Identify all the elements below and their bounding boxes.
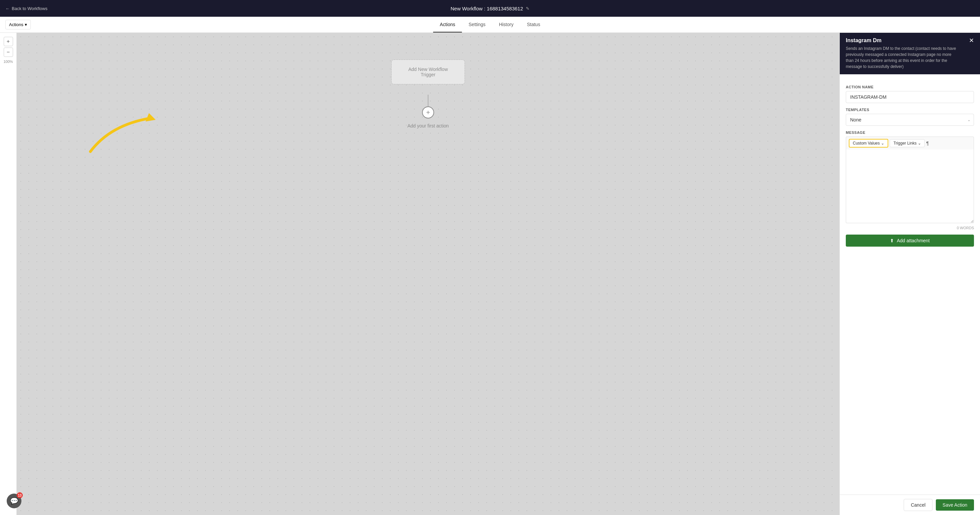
chat-widget[interactable]: 💬 13	[7, 494, 21, 508]
templates-select-wrapper: None ⌄	[846, 114, 974, 126]
panel-body: ACTION NAME TEMPLATES None ⌄ MESSAGE Cus…	[840, 74, 980, 494]
chevron-down-icon: ⌄	[881, 141, 884, 146]
svg-marker-0	[146, 113, 156, 121]
save-action-button[interactable]: Save Action	[936, 499, 974, 511]
tab-actions[interactable]: Actions	[433, 17, 462, 32]
action-name-label: ACTION NAME	[846, 85, 974, 89]
back-to-workflows-link[interactable]: ← Back to Workflows	[5, 6, 48, 11]
workflow-title: New Workflow : 1688134583612 ✎	[450, 6, 530, 11]
panel-header-content: Instagram Dm Sends an Instagram DM to th…	[846, 38, 959, 70]
chat-icon: 💬	[10, 497, 18, 505]
zoom-out-button[interactable]: −	[4, 48, 13, 57]
panel-description: Sends an Instagram DM to the contact (co…	[846, 46, 959, 70]
back-arrow-icon: ←	[5, 6, 10, 11]
left-sidebar: + − 100%	[0, 33, 17, 515]
right-panel: Instagram Dm Sends an Instagram DM to th…	[839, 33, 980, 515]
chevron-down-icon: ⌄	[918, 141, 921, 146]
panel-title: Instagram Dm	[846, 38, 959, 43]
zoom-in-button[interactable]: +	[4, 37, 13, 46]
tab-settings[interactable]: Settings	[462, 17, 492, 32]
add-trigger-block[interactable]: Add New Workflow Trigger	[391, 60, 465, 84]
message-label: MESSAGE	[846, 130, 974, 135]
paragraph-format-button[interactable]: ¶	[926, 141, 929, 146]
tab-status[interactable]: Status	[520, 17, 547, 32]
chevron-down-icon: ▾	[25, 22, 27, 27]
top-navigation: ← Back to Workflows New Workflow : 16881…	[0, 0, 980, 17]
tab-group: Actions Settings History Status	[433, 17, 547, 32]
custom-values-button[interactable]: Custom Values ⌄	[849, 139, 888, 148]
add-attachment-button[interactable]: ⬆ Add attachment	[846, 235, 974, 246]
upload-icon: ⬆	[890, 238, 894, 243]
panel-header: Instagram Dm Sends an Instagram DM to th…	[840, 33, 980, 74]
add-action-button[interactable]: +	[422, 106, 434, 118]
annotation-arrow	[84, 98, 184, 158]
edit-title-icon[interactable]: ✎	[526, 6, 530, 11]
templates-select[interactable]: None	[846, 114, 974, 126]
message-toolbar: Custom Values ⌄ Trigger Links ⌄ ¶	[846, 137, 974, 149]
first-action-hint: Add your first action	[407, 123, 449, 129]
plus-icon: +	[426, 109, 430, 116]
workflow-canvas[interactable]: Add New Workflow Trigger + Add your firs…	[17, 33, 839, 515]
chat-badge: 13	[17, 492, 23, 498]
main-area: + − 100% Add New Workflow Trigger + Add …	[0, 33, 980, 515]
zoom-level-label: 100%	[3, 60, 13, 64]
message-textarea[interactable]	[846, 149, 974, 223]
cancel-button[interactable]: Cancel	[904, 499, 932, 511]
action-name-input[interactable]	[846, 91, 974, 103]
tab-history[interactable]: History	[492, 17, 520, 32]
panel-footer: Cancel Save Action	[840, 494, 980, 515]
templates-label: TEMPLATES	[846, 108, 974, 112]
tab-bar: Actions ▾ Actions Settings History Statu…	[0, 17, 980, 33]
actions-dropdown-button[interactable]: Actions ▾	[5, 20, 31, 29]
word-count-label: 0 WORDS	[846, 226, 974, 230]
trigger-links-button[interactable]: Trigger Links ⌄	[889, 139, 925, 147]
connector-line	[428, 95, 428, 108]
close-panel-button[interactable]: ✕	[969, 38, 974, 43]
